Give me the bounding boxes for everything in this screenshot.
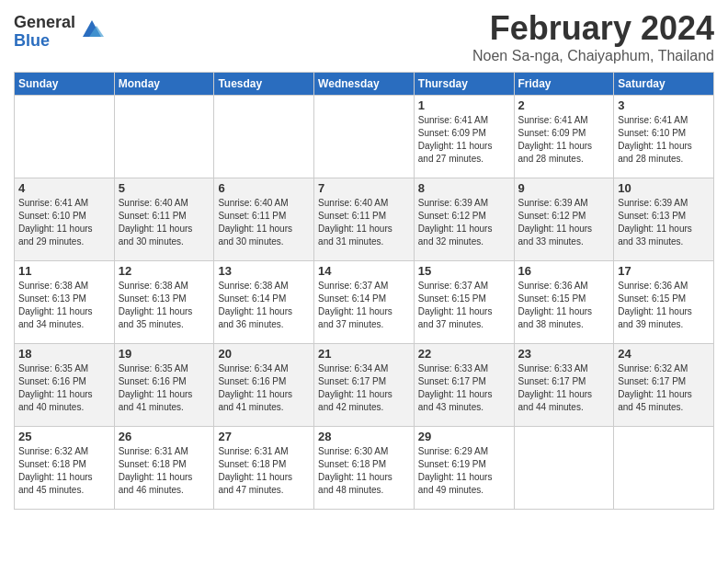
cell-info: Sunrise: 6:38 AM Sunset: 6:14 PM Dayligh…: [218, 280, 310, 331]
cell-info: Sunrise: 6:36 AM Sunset: 6:15 PM Dayligh…: [518, 280, 610, 331]
calendar-cell: 8Sunrise: 6:39 AM Sunset: 6:12 PM Daylig…: [414, 178, 514, 261]
cell-info: Sunrise: 6:38 AM Sunset: 6:13 PM Dayligh…: [18, 280, 110, 331]
calendar-cell: 1Sunrise: 6:41 AM Sunset: 6:09 PM Daylig…: [414, 96, 514, 178]
cell-day-number: 27: [218, 430, 310, 443]
calendar-cell: 11Sunrise: 6:38 AM Sunset: 6:13 PM Dayli…: [15, 261, 115, 344]
location-title: Noen Sa-nga, Chaiyaphum, Thailand: [472, 48, 714, 64]
calendar-cell: 9Sunrise: 6:39 AM Sunset: 6:12 PM Daylig…: [514, 178, 614, 261]
title-area: February 2024 Noen Sa-nga, Chaiyaphum, T…: [472, 9, 714, 64]
cell-day-number: 20: [218, 347, 310, 361]
cell-info: Sunrise: 6:39 AM Sunset: 6:12 PM Dayligh…: [418, 197, 510, 248]
calendar-cell: 13Sunrise: 6:38 AM Sunset: 6:14 PM Dayli…: [214, 261, 314, 344]
cell-info: Sunrise: 6:34 AM Sunset: 6:17 PM Dayligh…: [318, 362, 410, 414]
cell-info: Sunrise: 6:31 AM Sunset: 6:18 PM Dayligh…: [119, 445, 210, 497]
calendar-cell: [614, 427, 714, 510]
cell-info: Sunrise: 6:32 AM Sunset: 6:18 PM Dayligh…: [18, 445, 110, 497]
calendar-week-2: 4Sunrise: 6:41 AM Sunset: 6:10 PM Daylig…: [15, 178, 714, 261]
cell-day-number: 22: [418, 347, 510, 361]
calendar-cell: 18Sunrise: 6:35 AM Sunset: 6:16 PM Dayli…: [15, 344, 115, 427]
cell-day-number: 14: [318, 264, 410, 278]
cell-day-number: 4: [18, 181, 110, 195]
cell-day-number: 9: [518, 181, 610, 195]
cell-info: Sunrise: 6:39 AM Sunset: 6:12 PM Dayligh…: [518, 197, 610, 248]
cell-day-number: 19: [119, 347, 210, 361]
day-header-sunday: Sunday: [15, 73, 115, 96]
cell-day-number: 11: [18, 264, 110, 278]
month-title: February 2024: [472, 9, 714, 48]
cell-day-number: 16: [518, 264, 610, 278]
cell-day-number: 8: [418, 181, 510, 195]
cell-info: Sunrise: 6:35 AM Sunset: 6:16 PM Dayligh…: [119, 362, 210, 414]
calendar-cell: 2Sunrise: 6:41 AM Sunset: 6:09 PM Daylig…: [514, 96, 614, 178]
calendar-cell: 25Sunrise: 6:32 AM Sunset: 6:18 PM Dayli…: [15, 427, 115, 510]
cell-info: Sunrise: 6:40 AM Sunset: 6:11 PM Dayligh…: [318, 197, 410, 248]
day-header-tuesday: Tuesday: [214, 73, 314, 96]
calendar-cell: [314, 96, 415, 178]
cell-day-number: 10: [618, 181, 710, 195]
cell-day-number: 18: [18, 347, 110, 361]
cell-info: Sunrise: 6:35 AM Sunset: 6:16 PM Dayligh…: [18, 362, 110, 414]
page-header: General Blue February 2024 Noen Sa-nga, …: [14, 9, 714, 64]
calendar-cell: 4Sunrise: 6:41 AM Sunset: 6:10 PM Daylig…: [15, 178, 115, 261]
calendar-cell: 24Sunrise: 6:32 AM Sunset: 6:17 PM Dayli…: [614, 344, 714, 427]
cell-info: Sunrise: 6:33 AM Sunset: 6:17 PM Dayligh…: [518, 362, 610, 414]
calendar-cell: 10Sunrise: 6:39 AM Sunset: 6:13 PM Dayli…: [614, 178, 714, 261]
day-header-monday: Monday: [114, 73, 214, 96]
cell-day-number: 2: [518, 98, 610, 112]
calendar-cell: 15Sunrise: 6:37 AM Sunset: 6:15 PM Dayli…: [414, 261, 514, 344]
calendar-cell: 22Sunrise: 6:33 AM Sunset: 6:17 PM Dayli…: [414, 344, 514, 427]
cell-info: Sunrise: 6:40 AM Sunset: 6:11 PM Dayligh…: [119, 197, 210, 248]
day-header-saturday: Saturday: [614, 73, 714, 96]
calendar-cell: 14Sunrise: 6:37 AM Sunset: 6:14 PM Dayli…: [314, 261, 415, 344]
calendar-cell: 16Sunrise: 6:36 AM Sunset: 6:15 PM Dayli…: [514, 261, 614, 344]
calendar-cell: 26Sunrise: 6:31 AM Sunset: 6:18 PM Dayli…: [114, 427, 214, 510]
cell-info: Sunrise: 6:41 AM Sunset: 6:09 PM Dayligh…: [418, 114, 510, 166]
cell-info: Sunrise: 6:29 AM Sunset: 6:19 PM Dayligh…: [418, 445, 510, 497]
logo-blue: Blue: [14, 32, 75, 51]
calendar-cell: 21Sunrise: 6:34 AM Sunset: 6:17 PM Dayli…: [314, 344, 415, 427]
calendar-week-1: 1Sunrise: 6:41 AM Sunset: 6:09 PM Daylig…: [15, 96, 714, 178]
calendar-cell: 23Sunrise: 6:33 AM Sunset: 6:17 PM Dayli…: [514, 344, 614, 427]
calendar-week-3: 11Sunrise: 6:38 AM Sunset: 6:13 PM Dayli…: [15, 261, 714, 344]
cell-day-number: 15: [418, 264, 510, 278]
cell-info: Sunrise: 6:39 AM Sunset: 6:13 PM Dayligh…: [618, 197, 710, 248]
calendar-cell: 6Sunrise: 6:40 AM Sunset: 6:11 PM Daylig…: [214, 178, 314, 261]
calendar-header-row: SundayMondayTuesdayWednesdayThursdayFrid…: [15, 73, 714, 96]
cell-info: Sunrise: 6:37 AM Sunset: 6:15 PM Dayligh…: [418, 280, 510, 331]
logo: General Blue: [14, 14, 106, 51]
cell-day-number: 24: [618, 347, 710, 361]
logo-general: General: [14, 14, 75, 32]
calendar-cell: 29Sunrise: 6:29 AM Sunset: 6:19 PM Dayli…: [414, 427, 514, 510]
calendar-cell: 19Sunrise: 6:35 AM Sunset: 6:16 PM Dayli…: [114, 344, 214, 427]
day-header-friday: Friday: [514, 73, 614, 96]
cell-info: Sunrise: 6:41 AM Sunset: 6:09 PM Dayligh…: [518, 114, 610, 166]
calendar-cell: 12Sunrise: 6:38 AM Sunset: 6:13 PM Dayli…: [114, 261, 214, 344]
calendar-cell: 20Sunrise: 6:34 AM Sunset: 6:16 PM Dayli…: [214, 344, 314, 427]
cell-day-number: 7: [318, 181, 410, 195]
cell-info: Sunrise: 6:38 AM Sunset: 6:13 PM Dayligh…: [119, 280, 210, 331]
day-header-thursday: Thursday: [414, 73, 514, 96]
cell-day-number: 3: [618, 98, 710, 112]
calendar-week-5: 25Sunrise: 6:32 AM Sunset: 6:18 PM Dayli…: [15, 427, 714, 510]
cell-info: Sunrise: 6:30 AM Sunset: 6:18 PM Dayligh…: [318, 445, 410, 497]
calendar-cell: [514, 427, 614, 510]
calendar-week-4: 18Sunrise: 6:35 AM Sunset: 6:16 PM Dayli…: [15, 344, 714, 427]
cell-day-number: 25: [18, 430, 110, 443]
cell-info: Sunrise: 6:41 AM Sunset: 6:10 PM Dayligh…: [618, 114, 710, 166]
calendar-cell: [114, 96, 214, 178]
cell-info: Sunrise: 6:34 AM Sunset: 6:16 PM Dayligh…: [218, 362, 310, 414]
cell-info: Sunrise: 6:33 AM Sunset: 6:17 PM Dayligh…: [418, 362, 510, 414]
calendar-cell: 3Sunrise: 6:41 AM Sunset: 6:10 PM Daylig…: [614, 96, 714, 178]
logo-icon: [78, 17, 106, 42]
cell-info: Sunrise: 6:37 AM Sunset: 6:14 PM Dayligh…: [318, 280, 410, 331]
calendar-cell: 7Sunrise: 6:40 AM Sunset: 6:11 PM Daylig…: [314, 178, 415, 261]
cell-day-number: 12: [119, 264, 210, 278]
cell-day-number: 28: [318, 430, 410, 443]
cell-info: Sunrise: 6:32 AM Sunset: 6:17 PM Dayligh…: [618, 362, 710, 414]
calendar-cell: [214, 96, 314, 178]
cell-day-number: 29: [418, 430, 510, 443]
cell-info: Sunrise: 6:41 AM Sunset: 6:10 PM Dayligh…: [18, 197, 110, 248]
cell-day-number: 6: [218, 181, 310, 195]
cell-day-number: 17: [618, 264, 710, 278]
day-header-wednesday: Wednesday: [314, 73, 415, 96]
